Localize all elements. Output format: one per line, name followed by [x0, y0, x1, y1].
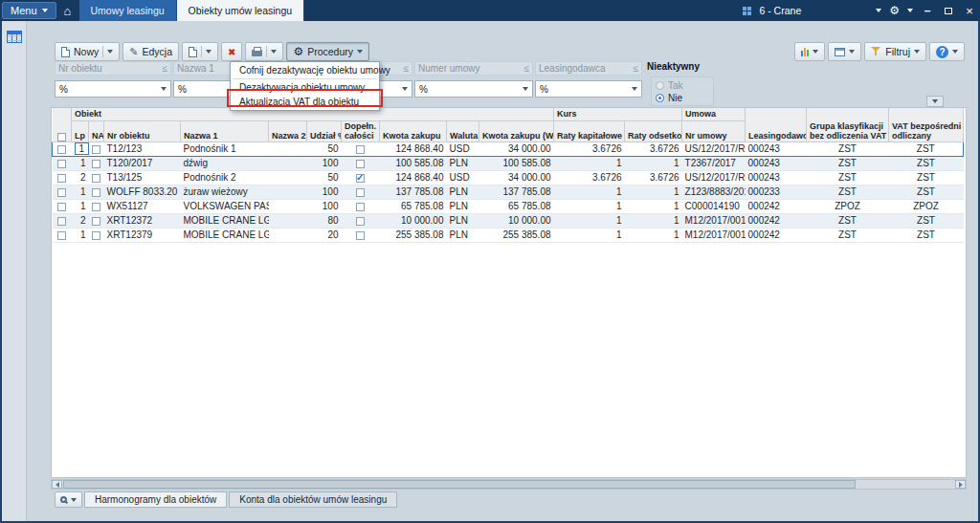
- cell-kwota-zakupu[interactable]: 255 385.08: [380, 228, 447, 242]
- menu-button[interactable]: Menu: [2, 2, 56, 19]
- chevron-down-icon[interactable]: [402, 87, 408, 91]
- cell-waluta[interactable]: PLN: [447, 185, 479, 199]
- cell-nazwa2[interactable]: [269, 213, 307, 228]
- help-button[interactable]: [929, 42, 965, 61]
- cell-waluta[interactable]: PLN: [447, 156, 479, 170]
- cell-nazwa2[interactable]: [269, 228, 307, 242]
- na-checkbox[interactable]: [92, 188, 100, 197]
- col-header-leasingodawca[interactable]: Leasingodawca: [746, 108, 807, 142]
- dopeln-checkbox[interactable]: [356, 217, 365, 226]
- cell-waluta[interactable]: USD: [447, 170, 479, 185]
- na-checkbox[interactable]: [92, 145, 100, 154]
- filter-input-leasingodawca[interactable]: %: [535, 80, 642, 98]
- dopeln-checkbox[interactable]: [356, 160, 365, 168]
- table-row[interactable]: 1WOLFF 8033.20żuraw wieżowy100137 785.08…: [53, 185, 964, 199]
- cell-kwota-zakupu-wl[interactable]: 255 385.08: [479, 228, 554, 242]
- col-header-waluta[interactable]: Waluta: [447, 120, 479, 142]
- filter-label-nr-obiektu[interactable]: Nr obiektu: [55, 61, 171, 76]
- cell-kurs-raty-odsetkowe[interactable]: 1: [625, 213, 682, 228]
- cell-nazwa1[interactable]: VOLKSWAGEN PASSAT: [181, 199, 269, 213]
- apps-grid-icon[interactable]: [743, 7, 751, 15]
- row-select-checkbox[interactable]: [57, 145, 66, 154]
- tab-obiekty-umow-leasingu[interactable]: Obiekty umów leasingu: [177, 0, 305, 21]
- cell-nazwa2[interactable]: [269, 199, 307, 213]
- cell-nr-obiektu[interactable]: T13/125: [104, 170, 181, 185]
- cell-udzial[interactable]: 100: [307, 199, 342, 213]
- cell-lp[interactable]: 2: [72, 213, 89, 228]
- cell-kwota-zakupu[interactable]: 100 585.08: [380, 156, 447, 170]
- cell-leasingodawca[interactable]: 000243: [746, 170, 807, 185]
- cell-nr-obiektu[interactable]: T12/123: [104, 142, 181, 156]
- scroll-right-button[interactable]: [955, 480, 966, 489]
- company-dropdown-caret[interactable]: [876, 9, 881, 12]
- cell-kurs-raty-kapitalowe[interactable]: 3.6726: [554, 142, 625, 156]
- cell-nr-umowy[interactable]: M12/2017/001: [682, 213, 746, 228]
- table-row[interactable]: 1WX51127VOLKSWAGEN PASSAT10065 785.08PLN…: [53, 199, 964, 213]
- filter-operator-icon[interactable]: [524, 63, 530, 74]
- cell-grupa-klasyfikacji[interactable]: ZST: [807, 228, 889, 242]
- cell-udzial[interactable]: 80: [307, 213, 342, 228]
- chart-button[interactable]: [794, 42, 825, 61]
- row-select-checkbox[interactable]: [57, 231, 66, 240]
- close-button[interactable]: [963, 4, 976, 18]
- cell-waluta[interactable]: PLN: [447, 213, 479, 228]
- menu-item-aktualizacja-vat[interactable]: Aktualizacja VAT dla obiektu: [231, 95, 379, 109]
- cell-grupa-klasyfikacji[interactable]: ZST: [807, 185, 889, 199]
- cell-udzial[interactable]: 100: [307, 185, 342, 199]
- cell-vat-bezposredni[interactable]: ZST: [889, 213, 964, 228]
- dopeln-checkbox[interactable]: [356, 145, 365, 154]
- col-header-nr-umowy[interactable]: Nr umowy: [682, 120, 746, 142]
- row-select-checkbox[interactable]: [57, 160, 66, 168]
- cell-nr-umowy[interactable]: M12/2017/001: [682, 228, 746, 242]
- help-dropdown-caret[interactable]: [952, 50, 958, 54]
- cell-udzial[interactable]: 100: [307, 156, 342, 170]
- cell-kurs-raty-kapitalowe[interactable]: 3.6726: [554, 170, 625, 185]
- filter-dropdown-caret[interactable]: [914, 50, 920, 54]
- table-row[interactable]: 1XRT12379MOBILE CRANE LG 15520255 385.08…: [53, 228, 964, 242]
- cell-lp[interactable]: 1: [72, 156, 89, 170]
- cell-nazwa1[interactable]: dźwig: [181, 156, 269, 170]
- cell-kwota-zakupu[interactable]: 10 000.00: [380, 213, 447, 228]
- cell-udzial[interactable]: 20: [307, 228, 342, 242]
- col-header-nr-obiektu[interactable]: Nr obiektu: [104, 120, 181, 142]
- cell-lp[interactable]: 1: [72, 199, 89, 213]
- table-row[interactable]: 2T13/125Podnośnik 250124 868.40USD34 000…: [53, 170, 964, 185]
- cell-kurs-raty-odsetkowe[interactable]: 3.6726: [625, 142, 682, 156]
- cell-kwota-zakupu-wl[interactable]: 10 000.00: [479, 213, 554, 228]
- view-dropdown-caret[interactable]: [849, 50, 855, 54]
- new-button[interactable]: Nowy: [55, 42, 120, 61]
- col-header-kwota-zakupu[interactable]: Kwota zakupu: [380, 120, 447, 142]
- chevron-down-icon[interactable]: [632, 87, 637, 91]
- document-dropdown-caret[interactable]: [206, 50, 212, 54]
- cell-nr-umowy[interactable]: Z123/8883/2017: [682, 185, 746, 199]
- settings-dropdown-caret[interactable]: [907, 9, 913, 12]
- radio-option-nie[interactable]: Nie: [656, 92, 709, 104]
- row-select-checkbox[interactable]: [57, 203, 66, 211]
- cell-leasingodawca[interactable]: 000243: [746, 142, 807, 156]
- table-row[interactable]: 1T12/123Podnośnik 150124 868.40USD34 000…: [53, 142, 964, 156]
- cell-vat-bezposredni[interactable]: ZPOZ: [889, 199, 964, 213]
- col-header-nazwa2[interactable]: Nazwa 2: [269, 120, 307, 142]
- col-header-vat-bezposredni[interactable]: VAT bezpośredni odliczany: [889, 108, 964, 142]
- scroll-left-button[interactable]: [52, 480, 62, 489]
- cell-kurs-raty-odsetkowe[interactable]: 1: [625, 156, 682, 170]
- cell-nazwa1[interactable]: Podnośnik 2: [181, 170, 269, 185]
- cell-nr-umowy[interactable]: US/12/2017/RM: [682, 170, 746, 185]
- print-button[interactable]: [245, 42, 283, 61]
- procedures-button[interactable]: Procedury: [286, 42, 369, 61]
- cell-kwota-zakupu-wl[interactable]: 34 000.00: [479, 170, 554, 185]
- cell-grupa-klasyfikacji[interactable]: ZST: [807, 156, 889, 170]
- cell-kwota-zakupu-wl[interactable]: 100 585.08: [479, 156, 554, 170]
- cell-udzial[interactable]: 50: [307, 142, 342, 156]
- cell-nazwa1[interactable]: MOBILE CRANE LG 155: [181, 213, 269, 228]
- tab-umowy-leasingu[interactable]: Umowy leasingu: [79, 0, 177, 21]
- zoom-dropdown-caret[interactable]: [71, 498, 77, 502]
- cell-leasingodawca[interactable]: 000233: [746, 185, 807, 199]
- cell-lp[interactable]: 1: [72, 142, 89, 156]
- cell-lp[interactable]: 2: [72, 170, 89, 185]
- dopeln-checkbox[interactable]: [356, 174, 365, 183]
- cell-nazwa2[interactable]: [269, 142, 307, 156]
- cell-vat-bezposredni[interactable]: ZST: [889, 170, 964, 185]
- cell-kurs-raty-odsetkowe[interactable]: 1: [625, 185, 682, 199]
- cell-waluta[interactable]: PLN: [447, 199, 479, 213]
